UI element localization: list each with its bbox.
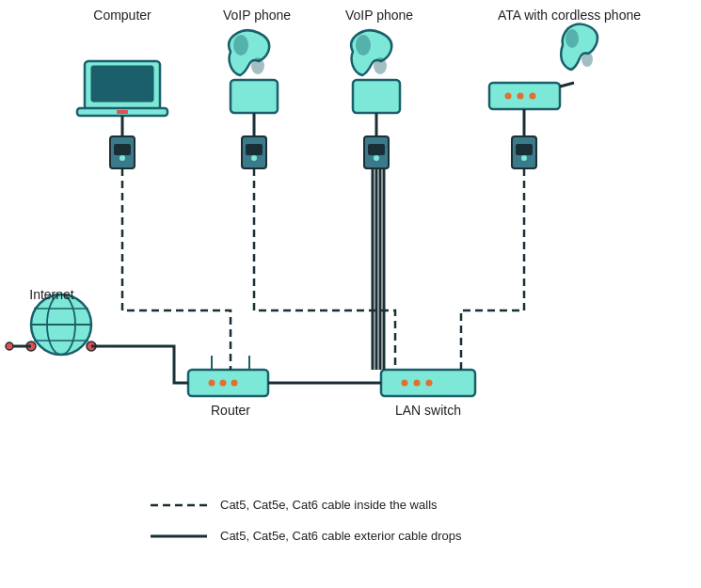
svg-rect-22 — [489, 83, 560, 109]
internet-label: Internet — [19, 287, 85, 302]
svg-point-24 — [518, 93, 524, 100]
svg-point-17 — [374, 57, 387, 74]
svg-rect-5 — [114, 144, 131, 155]
voip1-label: VoIP phone — [215, 8, 299, 23]
svg-point-25 — [530, 93, 536, 100]
ata-label: ATA with cordless phone — [456, 8, 682, 23]
svg-rect-8 — [231, 80, 278, 113]
svg-rect-19 — [368, 144, 385, 155]
dashed-legend-text: Cat5, Cat5e, Cat6 cable inside the walls — [220, 498, 438, 512]
svg-point-23 — [505, 93, 512, 100]
svg-point-16 — [356, 35, 371, 56]
solid-legend-text: Cat5, Cat5e, Cat6 cable exterior cable d… — [220, 529, 462, 543]
svg-rect-30 — [516, 144, 533, 155]
svg-line-28 — [560, 83, 574, 87]
svg-point-27 — [582, 52, 593, 67]
svg-point-52 — [426, 380, 433, 387]
svg-point-13 — [251, 155, 257, 161]
svg-point-26 — [566, 29, 579, 48]
svg-point-40 — [6, 342, 13, 350]
diagram: .device-fill { fill: #7de8d8; stroke: #1… — [0, 0, 701, 588]
legend-dashed: Cat5, Cat5e, Cat6 cable inside the walls — [151, 498, 462, 512]
svg-point-9 — [233, 35, 248, 56]
svg-point-31 — [521, 155, 527, 161]
svg-point-46 — [209, 380, 215, 387]
svg-point-48 — [231, 380, 238, 387]
svg-point-6 — [119, 155, 125, 161]
lan-label: LAN switch — [376, 403, 480, 418]
svg-point-51 — [414, 380, 421, 387]
svg-rect-3 — [117, 110, 128, 114]
svg-rect-43 — [188, 370, 268, 396]
svg-point-20 — [374, 155, 379, 161]
legend-solid: Cat5, Cat5e, Cat6 cable exterior cable d… — [151, 529, 462, 543]
computer-label: Computer — [85, 8, 160, 23]
voip2-label: VoIP phone — [337, 8, 422, 23]
svg-rect-12 — [246, 144, 263, 155]
svg-rect-1 — [91, 66, 153, 102]
router-label: Router — [188, 403, 273, 418]
svg-point-50 — [402, 380, 408, 387]
svg-point-47 — [220, 380, 227, 387]
svg-point-10 — [251, 57, 264, 74]
svg-rect-15 — [353, 80, 400, 113]
legend: Cat5, Cat5e, Cat6 cable inside the walls… — [151, 498, 462, 560]
